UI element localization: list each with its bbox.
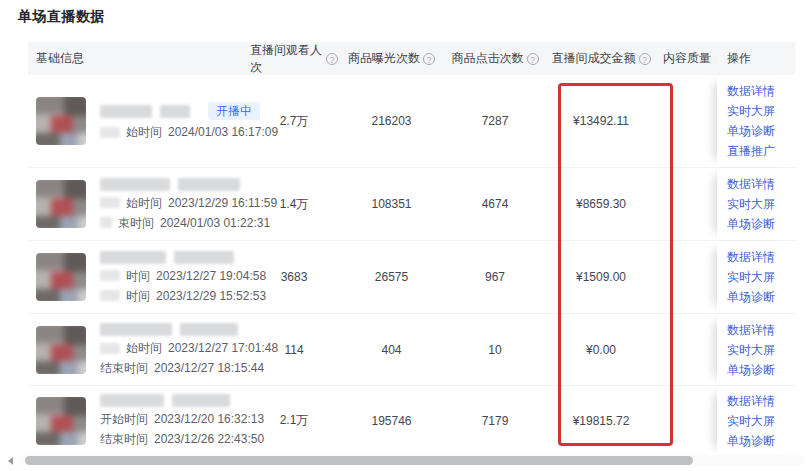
col-label: 操作: [727, 50, 795, 67]
col-clicks: 商品点击次数 ?: [445, 50, 545, 67]
blur-chip: [100, 197, 120, 208]
time-label: 始时间: [126, 124, 162, 140]
horizontal-scrollbar: [4, 454, 804, 467]
views-value: 3683: [250, 241, 338, 313]
action-data-detail[interactable]: 数据详情: [727, 323, 795, 337]
clicks-value: 7179: [445, 386, 545, 455]
session-thumbnail: [36, 397, 86, 445]
actions-cell: 数据详情 实时大屏 单场诊断 直播推广: [717, 75, 795, 167]
exposure-value: 216203: [338, 75, 445, 167]
time-label: 时间: [126, 288, 150, 304]
views-value: 2.1万: [250, 386, 338, 455]
info-icon[interactable]: ?: [326, 53, 338, 65]
time-label: 始时间: [126, 195, 162, 211]
action-data-detail[interactable]: 数据详情: [727, 394, 795, 408]
views-value: 1.4万: [250, 168, 338, 240]
clicks-value: 7287: [445, 75, 545, 167]
action-realtime-screen[interactable]: 实时大屏: [727, 104, 795, 118]
quality-cell: [657, 168, 717, 240]
actions-cell: 数据详情 实时大屏 单场诊断: [717, 314, 795, 385]
blur-chip: [100, 343, 120, 354]
table-row: 开始时间 2023/12/20 16:32:13 结束时间 2023/12/26…: [28, 386, 795, 456]
session-basic-info: 始时间 2023/12/27 17:01:48 结束时间 2023/12/27 …: [28, 314, 250, 385]
action-realtime-screen[interactable]: 实时大屏: [727, 414, 795, 428]
scroll-left-arrow-icon[interactable]: [4, 455, 16, 467]
action-realtime-screen[interactable]: 实时大屏: [727, 343, 795, 357]
clicks-value: 10: [445, 314, 545, 385]
exposure-value: 26575: [338, 241, 445, 313]
clicks-value: 4674: [445, 168, 545, 240]
action-session-diagnosis[interactable]: 单场诊断: [727, 290, 795, 304]
page-title: 单场直播数据: [18, 8, 105, 26]
table-row: 始时间 2023/12/27 17:01:48 结束时间 2023/12/27 …: [28, 314, 795, 386]
quality-cell: [657, 75, 717, 167]
info-icon[interactable]: ?: [639, 53, 651, 65]
start-time: 时间 2023/12/27 19:04:58: [100, 268, 266, 284]
exposure-value: 108351: [338, 168, 445, 240]
action-live-promotion[interactable]: 直播推广: [727, 144, 795, 158]
table-header: 基础信息 直播间观看人次 ? 商品曝光次数 ? 商品点击次数 ? 直播间成交金额…: [28, 42, 795, 75]
session-thumbnail: [36, 326, 86, 374]
time-label: 结束时间: [100, 431, 148, 447]
time-label: 开始时间: [100, 411, 148, 427]
action-realtime-screen[interactable]: 实时大屏: [727, 270, 795, 284]
views-value: 114: [250, 314, 338, 385]
end-time: 时间 2023/12/29 15:52:53: [100, 288, 266, 304]
time-value: 2023/12/27 18:15:44: [154, 360, 264, 376]
col-basic-info: 基础信息: [28, 50, 250, 67]
time-label: 束时间: [118, 215, 154, 231]
scrollbar-thumb[interactable]: [25, 456, 693, 465]
session-thumbnail: [36, 253, 86, 301]
table-row: 时间 2023/12/27 19:04:58 时间 2023/12/29 15:…: [28, 241, 795, 314]
gmv-value: ¥19815.72: [545, 386, 657, 455]
session-thumbnail: [36, 180, 86, 228]
views-value: 2.7万: [250, 75, 338, 167]
col-views: 直播间观看人次 ?: [250, 42, 338, 76]
gmv-value: ¥8659.30: [545, 168, 657, 240]
blur-chip: [100, 270, 120, 281]
session-basic-info: 时间 2023/12/27 19:04:58 时间 2023/12/29 15:…: [28, 241, 250, 313]
table-row: 开播中 始时间 2024/01/03 16:17:09 2.7万 216203 …: [28, 75, 795, 168]
col-actions: 操作: [717, 50, 795, 67]
col-label: 直播间成交金额: [552, 50, 636, 67]
action-data-detail[interactable]: 数据详情: [727, 250, 795, 264]
start-time: 开始时间 2023/12/20 16:32:13: [100, 411, 264, 427]
blur-chip: [100, 217, 112, 228]
quality-cell: [657, 386, 717, 455]
action-realtime-screen[interactable]: 实时大屏: [727, 197, 795, 211]
info-icon[interactable]: ?: [527, 53, 539, 65]
action-session-diagnosis[interactable]: 单场诊断: [727, 363, 795, 377]
action-data-detail[interactable]: 数据详情: [727, 84, 795, 98]
time-label: 始时间: [126, 340, 162, 356]
action-session-diagnosis[interactable]: 单场诊断: [727, 434, 795, 448]
session-thumbnail: [36, 97, 86, 145]
gmv-value: ¥0.00: [545, 314, 657, 385]
info-icon[interactable]: ?: [423, 53, 435, 65]
blur-chip: [100, 127, 120, 138]
scrollbar-track[interactable]: [19, 455, 804, 466]
session-basic-info: 开播中 始时间 2024/01/03 16:17:09: [28, 75, 250, 167]
quality-cell: [657, 314, 717, 385]
col-quality: 内容质量: [657, 50, 717, 67]
action-session-diagnosis[interactable]: 单场诊断: [727, 124, 795, 138]
exposure-value: 404: [338, 314, 445, 385]
col-label: 直播间观看人次: [250, 42, 323, 76]
time-value: 2023/12/26 22:43:50: [154, 431, 264, 447]
live-session-table: 基础信息 直播间观看人次 ? 商品曝光次数 ? 商品点击次数 ? 直播间成交金额…: [28, 42, 795, 456]
blurred-title: [100, 394, 264, 407]
action-session-diagnosis[interactable]: 单场诊断: [727, 217, 795, 231]
actions-cell: 数据详情 实时大屏 单场诊断: [717, 241, 795, 313]
gmv-value: ¥1509.00: [545, 241, 657, 313]
clicks-value: 967: [445, 241, 545, 313]
actions-cell: 数据详情 实时大屏 单场诊断: [717, 386, 795, 455]
end-time: 结束时间 2023/12/26 22:43:50: [100, 431, 264, 447]
col-exposure: 商品曝光次数 ?: [338, 50, 445, 67]
table-row: 始时间 2023/12/29 16:11:59 束时间 2024/01/03 0…: [28, 168, 795, 241]
col-label: 基础信息: [36, 50, 84, 67]
quality-cell: [657, 241, 717, 313]
col-gmv: 直播间成交金额 ?: [545, 50, 657, 67]
actions-cell: 数据详情 实时大屏 单场诊断: [717, 168, 795, 240]
session-basic-info: 开始时间 2023/12/20 16:32:13 结束时间 2023/12/26…: [28, 386, 250, 455]
action-data-detail[interactable]: 数据详情: [727, 177, 795, 191]
col-label: 内容质量: [663, 50, 711, 67]
